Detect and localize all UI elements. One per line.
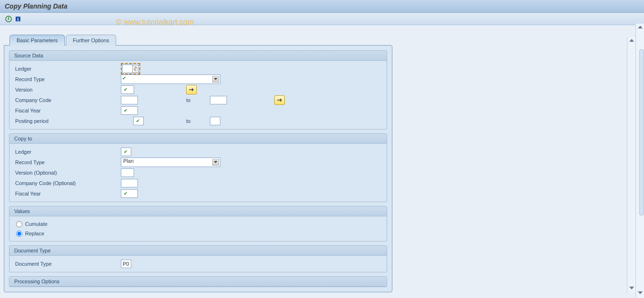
input-posting-period-from[interactable]: ✔ — [133, 117, 144, 125]
required-check-icon: ✔ — [121, 75, 126, 81]
input-company-code-from[interactable] — [121, 96, 138, 104]
input-document-type[interactable] — [121, 260, 131, 268]
label-cc-to: to — [186, 97, 210, 103]
input-company-code-to[interactable] — [210, 96, 227, 104]
label-fiscal-year: Fiscal Year — [14, 108, 121, 113]
group-values: Values Cumulate Replace — [9, 206, 387, 242]
label-pp-to: to — [186, 118, 210, 124]
required-check-icon: ✔ — [123, 191, 127, 196]
tab-body: Source Data Ledger Record Type ✔ — [4, 45, 392, 292]
input-ct-fiscal-year[interactable]: ✔ — [121, 189, 138, 198]
info-icon[interactable]: i — [14, 15, 22, 23]
inner-scrollbar[interactable] — [627, 37, 635, 293]
label-ct-fiscal-year: Fiscal Year — [14, 191, 121, 196]
tab-row: Basic Parameters Further Options — [9, 35, 640, 46]
label-ct-version: Version (Optional) — [14, 170, 121, 176]
multi-select-version-button[interactable] — [186, 85, 197, 94]
input-ct-company-code[interactable] — [121, 179, 138, 187]
required-check-icon: ✔ — [123, 87, 127, 92]
scroll-down-icon[interactable] — [629, 287, 634, 289]
execute-icon[interactable] — [5, 15, 12, 23]
label-replace: Replace — [25, 231, 44, 236]
input-ledger[interactable] — [122, 65, 133, 73]
label-record-type: Record Type — [14, 76, 121, 82]
select-record-type[interactable]: ✔ — [121, 74, 220, 84]
radio-cumulate[interactable] — [16, 221, 22, 227]
tab-further-options[interactable]: Further Options — [66, 35, 116, 46]
group-title-processing-options: Processing Options — [9, 277, 387, 287]
label-ct-ledger: Ledger — [14, 149, 121, 155]
group-source-data: Source Data Ledger Record Type ✔ — [9, 50, 387, 130]
group-title-source-data: Source Data — [9, 51, 387, 61]
group-title-document-type: Document Type — [9, 246, 387, 256]
scroll-down-icon[interactable] — [638, 291, 643, 294]
select-ct-record-type[interactable]: Plan — [121, 158, 220, 167]
ledger-focus-frame — [121, 63, 140, 74]
label-ct-record-type: Record Type — [14, 159, 121, 165]
group-copy-to: Copy to Ledger ✔ Record Type Plan — [9, 133, 387, 202]
scroll-up-icon[interactable] — [638, 26, 643, 28]
input-ct-version[interactable] — [121, 168, 134, 177]
label-posting-period: Posting period — [14, 118, 121, 124]
group-processing-options: Processing Options — [9, 276, 387, 287]
radio-replace[interactable] — [16, 231, 22, 237]
window-title-bar: Copy Planning Data — [0, 0, 644, 13]
label-ct-company-code: Company Code (Optional) — [14, 180, 121, 186]
input-fiscal-year[interactable]: ✔ — [121, 106, 138, 115]
label-company-code: Company Code — [14, 97, 121, 103]
dropdown-arrow-icon — [212, 159, 219, 166]
select-ct-record-type-value: Plan — [121, 158, 134, 164]
label-document-type: Document Type — [14, 261, 121, 267]
svg-rect-4 — [135, 68, 137, 71]
group-document-type: Document Type Document Type — [9, 245, 387, 272]
page-scrollbar-thumb[interactable] — [639, 49, 644, 215]
svg-text:i: i — [18, 17, 19, 22]
group-title-values: Values — [9, 206, 387, 216]
page-title: Copy Planning Data — [5, 2, 639, 10]
input-posting-period-to[interactable] — [210, 117, 220, 125]
f4-help-ledger-icon[interactable] — [132, 65, 139, 73]
input-version[interactable]: ✔ — [121, 85, 134, 94]
dropdown-arrow-icon — [212, 76, 219, 83]
label-cumulate: Cumulate — [25, 221, 47, 227]
input-ct-ledger[interactable]: ✔ — [121, 148, 131, 156]
tab-basic-parameters[interactable]: Basic Parameters — [9, 35, 65, 46]
toolbar: i — [0, 13, 644, 25]
multi-select-company-code-button[interactable] — [274, 95, 285, 105]
required-check-icon: ✔ — [123, 149, 127, 154]
label-version: Version — [14, 87, 121, 93]
group-title-copy-to: Copy to — [9, 134, 387, 144]
required-check-icon: ✔ — [123, 108, 127, 113]
required-check-icon: ✔ — [135, 118, 140, 123]
content-area: Basic Parameters Further Options Source … — [0, 25, 644, 298]
label-ledger: Ledger — [14, 66, 121, 72]
